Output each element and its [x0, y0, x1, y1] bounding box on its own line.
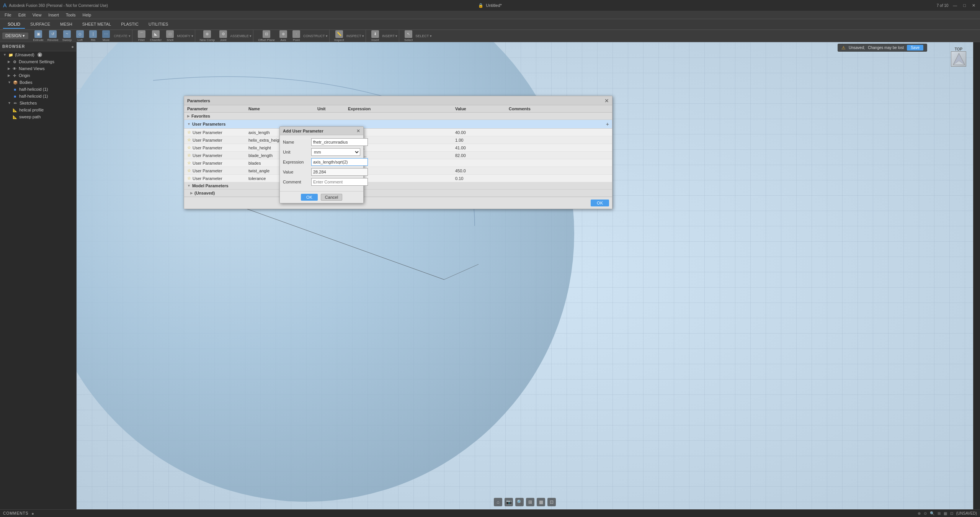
cell-comment [506, 155, 612, 156]
add-user-param-btn[interactable]: + [606, 121, 609, 127]
add-param-cancel-button[interactable]: Cancel [321, 194, 342, 201]
tree-item-sketches[interactable]: ▼ ✏ Sketches [0, 100, 76, 106]
tree-item-bodies[interactable]: ▼ 📦 Bodies [0, 79, 76, 86]
tree-item-half-helicoid-1[interactable]: ■ half-helicoid (1) [0, 86, 76, 93]
browser-collapse-btn[interactable]: ● [71, 44, 74, 49]
status-nav-btn2[interactable]: ⊙ [924, 511, 927, 515]
table-row: ☆ User Parameter helix_height mm axis_le… [184, 144, 612, 152]
menu-insert[interactable]: Insert [45, 12, 62, 18]
cell-val: 82.00 [452, 153, 506, 158]
tool-extrude[interactable]: ▣ Extrude [31, 29, 45, 43]
tool-joint[interactable]: ⚙Joint [217, 29, 229, 43]
menu-bar: File Edit View Insert Tools Help [0, 11, 980, 19]
maximize-button[interactable]: □ [962, 3, 967, 8]
tree-label-half-helicoid-1: half-helicoid (1) [19, 87, 48, 92]
nav-camera-btn[interactable]: 📷 [505, 498, 513, 506]
tool-shell[interactable]: □Shell [164, 29, 176, 43]
params-table-header: Parameter Name Unit Expression Value Com… [184, 105, 612, 113]
params-ok-button[interactable]: OK [591, 200, 609, 206]
tool-measure[interactable]: 📏Inspect [333, 29, 346, 43]
tree-item-unsaved[interactable]: ▼ 📁 (Unsaved) ● [0, 51, 76, 58]
tool-rib[interactable]: | Rib [87, 29, 99, 43]
tree-item-helical-profile[interactable]: 📐 helical profile [0, 106, 76, 113]
unsaved-text: Unsaved; [849, 46, 865, 50]
value-field-label: Value [283, 170, 310, 174]
menu-edit[interactable]: Edit [15, 12, 29, 18]
save-button[interactable]: Save [907, 45, 923, 51]
nav-grid-btn[interactable]: ⊡ [547, 498, 556, 506]
menu-file[interactable]: File [2, 12, 15, 18]
add-param-ok-button[interactable]: OK [301, 194, 318, 201]
tool-insert[interactable]: ⬇Insert [369, 29, 381, 43]
tab-sheet-metal[interactable]: SHEET METAL [78, 20, 116, 29]
unsaved-bar: ⚠ Unsaved; Changes may be lost Save [838, 44, 927, 52]
status-grid-btn2[interactable]: ▦ [944, 511, 947, 515]
tool-new-comp[interactable]: ⊕New Comp [198, 29, 217, 43]
tree-item-sweep-path[interactable]: 📐 sweep path [0, 113, 76, 120]
tree-item-origin[interactable]: ▶ ✛ Origin [0, 72, 76, 79]
comments-circle-btn[interactable]: ● [31, 511, 34, 516]
col-header-parameter: Parameter [184, 106, 245, 111]
tool-axis[interactable]: ⊕Axis [277, 29, 289, 43]
menu-help[interactable]: Help [80, 12, 95, 18]
tool-fillet[interactable]: ⌒Fillet [136, 29, 148, 43]
nav-display-btn[interactable]: ▦ [537, 498, 545, 506]
params-dialog-close-btn[interactable]: ✕ [604, 98, 609, 103]
nav-zoom-btn[interactable]: 🔍 [515, 498, 524, 506]
viewcube[interactable]: TOP [947, 45, 970, 68]
name-field-input[interactable] [311, 138, 368, 146]
cell-val: 0.10 [452, 176, 506, 181]
status-zoom-btn[interactable]: 🔍 [930, 511, 934, 515]
close-button[interactable]: ✕ [970, 3, 977, 8]
viewcube-box[interactable] [951, 51, 966, 67]
status-bar: COMMENTS ● ⊕ ⊙ 🔍 ⊞ ▦ ⊡ (UNSAVED) [0, 509, 980, 517]
tree-item-doc-settings[interactable]: ▶ ⚙ Document Settings [0, 58, 76, 65]
minimize-button[interactable]: — [951, 3, 959, 8]
tool-revolve[interactable]: ↺ Revolve [46, 29, 60, 43]
tree-item-named-views[interactable]: ▶ 👁 Named Views [0, 65, 76, 72]
status-grid-btn3[interactable]: ⊡ [950, 511, 953, 515]
titlebar-right: 7 of 10 — □ ✕ [937, 3, 977, 8]
tree-arrow: ▼ [3, 53, 7, 57]
status-grid-btn1[interactable]: ⊞ [938, 511, 941, 515]
unit-field-select[interactable]: mm cm m in ft deg rad [311, 148, 360, 156]
status-nav-btn1[interactable]: ⊕ [918, 511, 921, 515]
menu-tools[interactable]: Tools [63, 12, 79, 18]
tab-utilities[interactable]: UTILITIES [144, 20, 173, 29]
nav-fit-btn[interactable]: ⊞ [526, 498, 534, 506]
user-params-label: User Parameters [192, 122, 225, 126]
table-row: ☆ User Parameter blade_length mm 2 * hel… [184, 152, 612, 159]
folder-icon: 📁 [8, 52, 13, 57]
menu-view[interactable]: View [29, 12, 45, 18]
tool-more-create[interactable]: ⋯ More [100, 29, 112, 43]
tree-item-half-helicoid-2[interactable]: ■ half-helicoid (1) [0, 93, 76, 100]
tab-surface[interactable]: SURFACE [26, 20, 55, 29]
tab-solid[interactable]: SOLID [3, 20, 25, 29]
design-dropdown[interactable]: DESIGN ▾ [2, 33, 28, 39]
tree-label-helical-profile: helical profile [19, 108, 44, 112]
star-icon: ☆ [187, 137, 191, 142]
tool-point[interactable]: ·Point [290, 29, 302, 43]
model-params-arrow: ▼ [187, 184, 191, 188]
params-dialog-title: Parameters [187, 98, 210, 103]
comment-field-input[interactable] [311, 178, 368, 186]
user-params-section: ▼ User Parameters + [184, 120, 612, 129]
tab-mesh[interactable]: MESH [56, 20, 77, 29]
add-param-close-btn[interactable]: ✕ [356, 128, 360, 134]
bodies-icon: 📦 [13, 80, 18, 85]
tool-loft[interactable]: ◇ Loft [74, 29, 86, 43]
expression-field-input[interactable] [311, 158, 368, 166]
sketch-icon: 📐 [12, 107, 18, 113]
toolbar-insert: ⬇Insert INSERT ▾ [368, 29, 399, 43]
changes-text: Changes may be lost [868, 46, 904, 50]
tool-select[interactable]: ↖Select [402, 29, 415, 43]
tab-plastic[interactable]: PLASTIC [116, 20, 143, 29]
nav-home-btn[interactable]: ⌂ [494, 498, 502, 506]
table-row: ☆ User Parameter twist_angle deg 450 deg… [184, 167, 612, 175]
tool-offset-plane[interactable]: ⊟Offset Plane [256, 29, 276, 43]
favorites-label: Favorites [191, 114, 210, 118]
tool-sweep[interactable]: ~ Sweep [61, 29, 73, 43]
tree-arrow: ▶ [8, 74, 10, 77]
tool-chamfer[interactable]: ◣Chamfer [149, 29, 163, 43]
viewport[interactable]: ⚠ Unsaved; Changes may be lost Save TOP … [77, 42, 973, 509]
